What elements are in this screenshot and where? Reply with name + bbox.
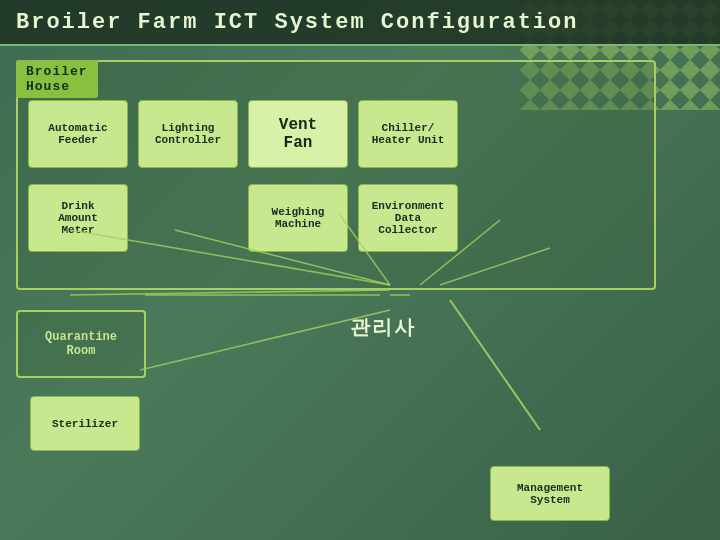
drink-amount-meter: DrinkAmountMeter [28,184,128,252]
sterilizer-label: Sterilizer [52,418,118,430]
device-row-2: DrinkAmountMeter WeighingMachine Environ… [18,184,654,252]
broiler-house-label: BroilerHouse [16,60,98,98]
automatic-feeder: AutomaticFeeder [28,100,128,168]
page-title: Broiler Farm ICT System Configuration [16,10,578,35]
weighing-machine: WeighingMachine [248,184,348,252]
environment-data-collector: EnvironmentDataCollector [358,184,458,252]
management-system: ManagementSystem [490,466,610,521]
main-container: Broiler Farm ICT System Configuration Br… [0,0,720,540]
main-area: BroilerHouse AutomaticFeeder LightingCon… [0,46,720,540]
quarantine-label: QuarantineRoom [45,330,117,358]
chiller-heater: Chiller/Heater Unit [358,100,458,168]
vent-fan: VentFan [248,100,348,168]
manager-label: 관리사 [350,314,416,341]
management-system-label: ManagementSystem [517,482,583,506]
sterilizer: Sterilizer [30,396,140,451]
lighting-controller: LightingController [138,100,238,168]
broiler-house-container: BroilerHouse AutomaticFeeder LightingCon… [16,60,656,290]
device-row-1: AutomaticFeeder LightingController VentF… [18,90,654,178]
quarantine-room: QuarantineRoom [16,310,146,378]
title-bar: Broiler Farm ICT System Configuration [0,0,720,46]
